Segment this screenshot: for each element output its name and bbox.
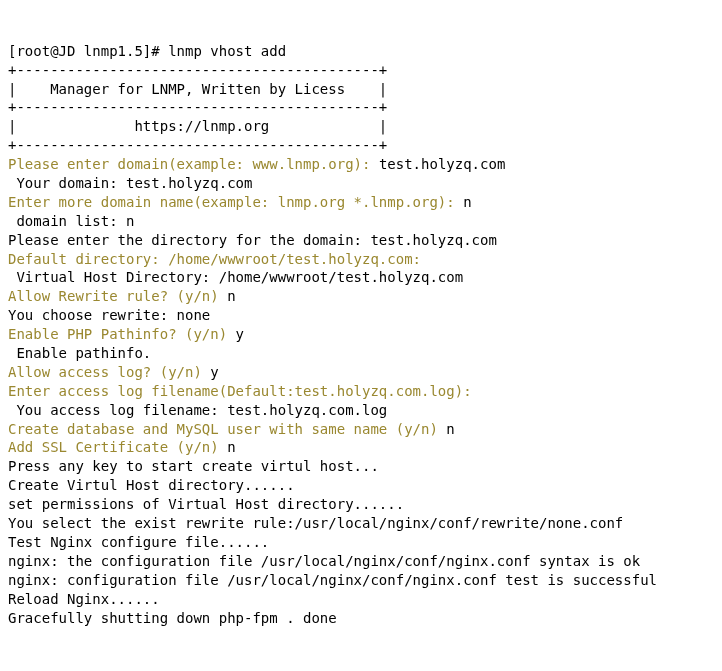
press-any-key[interactable]: Press any key to start create virtul hos… <box>8 457 714 476</box>
output-test-nginx: Test Nginx configure file...... <box>8 533 714 552</box>
echo-pathinfo: Enable pathinfo. <box>8 344 714 363</box>
user-input[interactable]: y <box>236 326 244 342</box>
box-url: | https://lnmp.org | <box>8 117 714 136</box>
prompt-text: Allow Rewrite rule? (y/n) <box>8 288 227 304</box>
prompt-text: Allow access log? (y/n) <box>8 364 210 380</box>
prompt-text: Please enter domain(example: www.lnmp.or… <box>8 156 379 172</box>
output-create-dir: Create Virtul Host directory...... <box>8 476 714 495</box>
echo-rewrite: You choose rewrite: none <box>8 306 714 325</box>
terminal-line: [root@JD lnmp1.5]# lnmp vhost add <box>8 42 714 61</box>
output-gracefully: Gracefully shutting down php-fpm . done <box>8 609 714 628</box>
echo-domain-list: domain list: n <box>8 212 714 231</box>
prompt-text: Create database and MySQL user with same… <box>8 421 446 437</box>
echo-vhost-dir: Virtual Host Directory: /home/wwwroot/te… <box>8 268 714 287</box>
box-border: +---------------------------------------… <box>8 98 714 117</box>
user-input[interactable]: n <box>463 194 471 210</box>
box-title: | Manager for LNMP, Written by Licess | <box>8 80 714 99</box>
prompt-text: Enter more domain name(example: lnmp.org… <box>8 194 463 210</box>
user-input[interactable]: n <box>227 439 235 455</box>
user-input[interactable]: n <box>446 421 454 437</box>
prompt-text: Enable PHP Pathinfo? (y/n) <box>8 326 236 342</box>
user-input[interactable]: test.holyzq.com <box>379 156 505 172</box>
echo-domain: Your domain: test.holyzq.com <box>8 174 714 193</box>
shell-prompt: [root@JD lnmp1.5]# <box>8 43 168 59</box>
prompt-directory: Please enter the directory for the domai… <box>8 231 714 250</box>
command-input[interactable]: lnmp vhost add <box>168 43 286 59</box>
output-nginx-test: nginx: configuration file /usr/local/ngi… <box>8 571 714 590</box>
box-border: +---------------------------------------… <box>8 136 714 155</box>
default-directory: Default directory: /home/wwwroot/test.ho… <box>8 250 714 269</box>
prompt-create-db: Create database and MySQL user with same… <box>8 420 714 439</box>
prompt-domain: Please enter domain(example: www.lnmp.or… <box>8 155 714 174</box>
output-reload-nginx: Reload Nginx...... <box>8 590 714 609</box>
prompt-more-domain: Enter more domain name(example: lnmp.org… <box>8 193 714 212</box>
user-input[interactable]: n <box>227 288 235 304</box>
prompt-rewrite: Allow Rewrite rule? (y/n) n <box>8 287 714 306</box>
prompt-access-log: Allow access log? (y/n) y <box>8 363 714 382</box>
output-set-permissions: set permissions of Virtual Host director… <box>8 495 714 514</box>
user-input[interactable]: y <box>210 364 218 380</box>
output-nginx-syntax: nginx: the configuration file /usr/local… <box>8 552 714 571</box>
box-border: +---------------------------------------… <box>8 61 714 80</box>
prompt-text: Add SSL Certificate (y/n) <box>8 439 227 455</box>
prompt-pathinfo: Enable PHP Pathinfo? (y/n) y <box>8 325 714 344</box>
prompt-ssl: Add SSL Certificate (y/n) n <box>8 438 714 457</box>
output-select-rewrite: You select the exist rewrite rule:/usr/l… <box>8 514 714 533</box>
echo-log-filename: You access log filename: test.holyzq.com… <box>8 401 714 420</box>
prompt-log-filename: Enter access log filename(Default:test.h… <box>8 382 714 401</box>
